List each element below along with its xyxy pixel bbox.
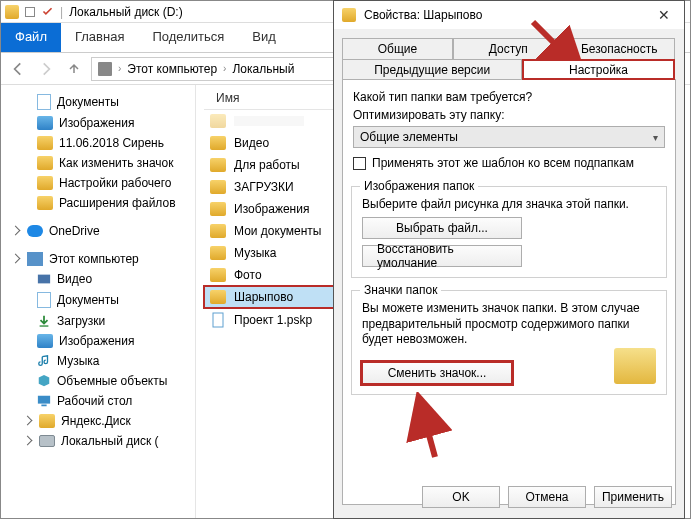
- list-item-label: Проект 1.pskp: [234, 313, 312, 327]
- tree-item-thispc[interactable]: Этот компьютер: [5, 249, 191, 269]
- tree-item[interactable]: 11.06.2018 Сирень: [5, 133, 191, 153]
- tree-item-label: OneDrive: [49, 224, 100, 238]
- download-icon: [37, 314, 51, 328]
- tree-item-label: Документы: [57, 293, 119, 307]
- tree-item[interactable]: Документы: [5, 91, 191, 113]
- folder-icon: [210, 158, 226, 172]
- close-button[interactable]: ✕: [652, 7, 676, 23]
- nav-forward-button[interactable]: [35, 58, 57, 80]
- nav-up-button[interactable]: [63, 58, 85, 80]
- pc-icon: [27, 252, 43, 266]
- tree-item[interactable]: Видео: [5, 269, 191, 289]
- ribbon-tab-share[interactable]: Поделиться: [138, 23, 238, 52]
- dialog-titlebar: Свойства: Шарыпово ✕: [334, 1, 684, 29]
- tree-item[interactable]: Изображения: [5, 113, 191, 133]
- qat-separator: |: [60, 5, 63, 19]
- folder-icon: [210, 180, 226, 194]
- nav-back-button[interactable]: [7, 58, 29, 80]
- apply-button[interactable]: Применить: [594, 486, 672, 508]
- tab-strip: Общие Доступ Безопасность Предыдущие вер…: [334, 29, 684, 79]
- music-icon: [37, 354, 51, 368]
- list-item-label: Шарыпово: [234, 290, 293, 304]
- apply-subfolders-checkbox[interactable]: Применять этот же шаблон ко всем подпапк…: [353, 156, 665, 170]
- pictures-icon: [37, 334, 53, 348]
- tree-item-label: Как изменить значок: [59, 156, 174, 170]
- tab-previous-versions[interactable]: Предыдущие версии: [342, 59, 522, 80]
- group-folder-icons: Значки папок Вы можете изменить значок п…: [351, 290, 667, 395]
- tab-sharing[interactable]: Доступ: [453, 38, 564, 59]
- ok-button[interactable]: OK: [422, 486, 500, 508]
- tab-general[interactable]: Общие: [342, 38, 453, 59]
- folder-icon: [210, 114, 226, 128]
- quick-access-toolbar: |: [25, 5, 63, 19]
- dialog-title: Свойства: Шарыпово: [364, 8, 482, 22]
- svg-rect-2: [38, 396, 50, 404]
- window-title: Локальный диск (D:): [69, 5, 183, 19]
- chevron-right-icon: ›: [223, 63, 226, 74]
- group-text: Вы можете изменить значок папки. В этом …: [362, 301, 656, 348]
- svg-rect-4: [213, 313, 223, 327]
- column-name[interactable]: Имя: [204, 91, 251, 105]
- tree-item[interactable]: Рабочий стол: [5, 391, 191, 411]
- folder-icon: [37, 156, 53, 170]
- list-item-label: [234, 116, 304, 126]
- tree-item-label: 11.06.2018 Сирень: [59, 136, 164, 150]
- cancel-button[interactable]: Отмена: [508, 486, 586, 508]
- ribbon-tab-view[interactable]: Вид: [238, 23, 290, 52]
- list-item-label: ЗАГРУЗКИ: [234, 180, 294, 194]
- tree-item[interactable]: Объемные объекты: [5, 371, 191, 391]
- caret-icon: [11, 254, 21, 264]
- list-item-label: Мои документы: [234, 224, 321, 238]
- tree-item-label: Настройки рабочего: [59, 176, 172, 190]
- tree-item[interactable]: Расширения файлов: [5, 193, 191, 213]
- group-title: Изображения папок: [360, 179, 478, 193]
- document-icon: [37, 292, 51, 308]
- tree-item[interactable]: Настройки рабочего: [5, 173, 191, 193]
- svg-rect-1: [40, 325, 49, 326]
- tree-item[interactable]: Яндекс.Диск: [5, 411, 191, 431]
- folder-icon: [210, 268, 226, 282]
- ribbon-tab-home[interactable]: Главная: [61, 23, 138, 52]
- list-item-label: Для работы: [234, 158, 300, 172]
- label-folder-type: Какой тип папки вам требуется?: [353, 90, 665, 104]
- list-item-label: Музыка: [234, 246, 276, 260]
- tree-item[interactable]: Загрузки: [5, 311, 191, 331]
- folder-icon: [210, 136, 226, 150]
- group-folder-pictures: Изображения папок Выберите файл рисунка …: [351, 186, 667, 278]
- tree-item[interactable]: Изображения: [5, 331, 191, 351]
- tree-item-onedrive[interactable]: OneDrive: [5, 221, 191, 241]
- folder-icon: [37, 196, 53, 210]
- tree-item-label: Расширения файлов: [59, 196, 176, 210]
- list-item-label: Изображения: [234, 202, 309, 216]
- folder-preview-icon: [614, 348, 656, 384]
- svg-rect-0: [38, 275, 50, 284]
- folder-icon: [210, 224, 226, 238]
- breadcrumb-item[interactable]: Этот компьютер: [127, 62, 217, 76]
- tree-item[interactable]: Как изменить значок: [5, 153, 191, 173]
- tab-security[interactable]: Безопасность: [564, 38, 675, 59]
- folder-icon: [37, 176, 53, 190]
- caret-icon: [23, 416, 33, 426]
- nav-tree[interactable]: Документы Изображения 11.06.2018 Сирень …: [1, 85, 196, 518]
- qat-item-icon[interactable]: [25, 7, 35, 17]
- folder-icon: [37, 136, 53, 150]
- breadcrumb-item[interactable]: Локальный: [232, 62, 294, 76]
- tab-customize[interactable]: Настройка: [522, 59, 674, 80]
- dropdown-value: Общие элементы: [360, 130, 458, 144]
- checkbox-icon: [353, 157, 366, 170]
- checkbox-label: Применять этот же шаблон ко всем подпапк…: [372, 156, 634, 170]
- tree-item[interactable]: Музыка: [5, 351, 191, 371]
- tree-item[interactable]: Документы: [5, 289, 191, 311]
- choose-file-button[interactable]: Выбрать файл...: [362, 217, 522, 239]
- change-icon-button[interactable]: Сменить значок...: [362, 362, 512, 384]
- folder-icon: [210, 246, 226, 260]
- tree-item-label: Видео: [57, 272, 92, 286]
- optimize-dropdown[interactable]: Общие элементы ▾: [353, 126, 665, 148]
- qat-checkmark-icon[interactable]: [41, 5, 54, 18]
- folder-icon: [5, 5, 19, 19]
- tree-item-label: Изображения: [59, 116, 134, 130]
- caret-icon: [23, 436, 33, 446]
- tree-item[interactable]: Локальный диск (: [5, 431, 191, 451]
- ribbon-file-tab[interactable]: Файл: [1, 23, 61, 52]
- restore-default-button[interactable]: Восстановить умолчание: [362, 245, 522, 267]
